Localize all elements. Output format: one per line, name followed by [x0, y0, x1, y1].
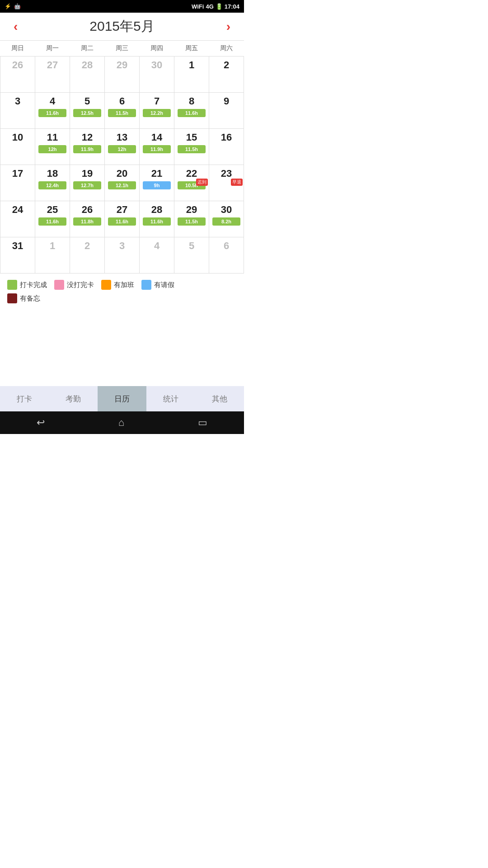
calendar-cell[interactable]: 1	[174, 57, 209, 93]
calendar-cell[interactable]: 1812.4h	[35, 165, 70, 201]
calendar-cell[interactable]: 26	[0, 57, 35, 93]
day-number: 3	[107, 240, 137, 252]
day-number: 2	[211, 59, 242, 71]
status-bar: ⚡ 🤖 WiFi 4G 🔋 17:04	[0, 0, 244, 13]
day-number: 1	[37, 240, 68, 252]
nav-tab-日历[interactable]: 日历	[98, 386, 146, 411]
calendar-cell[interactable]: 1511.5h	[174, 129, 209, 165]
calendar-cell[interactable]: 1211.9h	[70, 129, 105, 165]
calendar-cell[interactable]: 31	[0, 237, 35, 274]
day-bar: 11.9h	[73, 145, 101, 153]
calendar-cell[interactable]: 1912.7h	[70, 165, 105, 201]
recents-button[interactable]: ▭	[198, 417, 207, 429]
calendar-cell[interactable]: 2	[209, 57, 244, 93]
day-number: 30	[141, 59, 172, 71]
calendar-cell[interactable]: 10	[0, 129, 35, 165]
calendar-cell[interactable]: 611.5h	[105, 93, 140, 129]
day-bar: 11.5h	[178, 217, 205, 226]
day-number: 12	[72, 132, 103, 143]
legend-color	[141, 280, 151, 290]
calendar-cell[interactable]: 1312h	[105, 129, 140, 165]
day-bar: 12h	[108, 145, 136, 153]
day-number: 13	[107, 132, 137, 143]
calendar-cell[interactable]: 16	[209, 129, 244, 165]
legend-label: 打卡完成	[20, 281, 47, 289]
day-number: 29	[107, 59, 137, 71]
calendar-cell[interactable]: 6	[209, 237, 244, 274]
prev-month-button[interactable]: ‹	[9, 19, 22, 34]
calendar-cell[interactable]: 308.2h	[209, 201, 244, 237]
home-button[interactable]: ⌂	[118, 417, 124, 429]
legend-label: 有加班	[114, 281, 134, 289]
day-number: 25	[37, 204, 68, 216]
calendar-cell[interactable]: 24	[0, 201, 35, 237]
day-number: 4	[141, 240, 172, 252]
legend-item: 没打完卡	[54, 280, 94, 290]
weekday-label: 周二	[70, 41, 104, 56]
calendar-cell[interactable]: 29	[105, 57, 140, 93]
legend-color	[7, 293, 17, 303]
calendar-cell[interactable]: 2012.1h	[105, 165, 140, 201]
nav-tab-考勤[interactable]: 考勤	[49, 386, 98, 411]
4g-icon: 4G	[206, 3, 213, 10]
calendar-cell[interactable]: 1411.9h	[140, 129, 174, 165]
day-number: 8	[176, 95, 207, 107]
calendar-cell[interactable]: 411.6h	[35, 93, 70, 129]
usb-icon: ⚡	[5, 3, 11, 9]
day-number: 10	[2, 132, 33, 143]
legend-label: 有备忘	[20, 294, 40, 303]
calendar-cell[interactable]: 3	[105, 237, 140, 274]
status-right-icons: WiFi 4G 🔋 17:04	[192, 3, 239, 10]
day-bar: 11.6h	[38, 109, 66, 117]
day-bar: 12.2h	[143, 109, 170, 117]
day-bar: 11.6h	[108, 217, 136, 226]
calendar-cell[interactable]: 4	[140, 237, 174, 274]
day-number: 5	[72, 95, 103, 107]
nav-tab-统计[interactable]: 统计	[146, 386, 195, 411]
calendar-cell[interactable]: 28	[70, 57, 105, 93]
nav-tab-打卡[interactable]: 打卡	[0, 386, 49, 411]
calendar-cell[interactable]: 23早退	[209, 165, 244, 201]
calendar-cell[interactable]: 712.2h	[140, 93, 174, 129]
day-bar: 12h	[38, 145, 66, 153]
day-number: 20	[107, 168, 137, 179]
calendar-cell[interactable]: 17	[0, 165, 35, 201]
day-badge: 早退	[231, 179, 243, 186]
calendar-cell[interactable]: 2911.5h	[174, 201, 209, 237]
battery-icon: 🔋	[216, 3, 223, 10]
calendar-cell[interactable]: 811.6h	[174, 93, 209, 129]
calendar-cell[interactable]: 2811.6h	[140, 201, 174, 237]
calendar-cell[interactable]: 2	[70, 237, 105, 274]
legend-label: 有请假	[154, 281, 174, 289]
calendar-cell[interactable]: 27	[35, 57, 70, 93]
day-number: 6	[107, 95, 137, 107]
day-number: 23	[211, 168, 242, 179]
calendar-cell[interactable]: 512.5h	[70, 93, 105, 129]
calendar-cell[interactable]: 5	[174, 237, 209, 274]
day-number: 9	[211, 95, 242, 107]
day-bar: 11.6h	[143, 217, 170, 226]
back-button[interactable]: ↩	[37, 417, 45, 429]
calendar-cell[interactable]: 9	[209, 93, 244, 129]
clock: 17:04	[225, 3, 239, 10]
calendar-cell[interactable]: 30	[140, 57, 174, 93]
day-bar: 12.7h	[73, 181, 101, 189]
calendar-cell[interactable]: 2210.5h迟到	[174, 165, 209, 201]
day-bar: 11.8h	[73, 217, 101, 226]
status-left-icons: ⚡ 🤖	[5, 3, 21, 9]
day-number: 7	[141, 95, 172, 107]
calendar-cell[interactable]: 2711.6h	[105, 201, 140, 237]
calendar-cell[interactable]: 2511.6h	[35, 201, 70, 237]
calendar-header: ‹ 2015年5月 ›	[0, 13, 244, 40]
calendar-cell[interactable]: 2611.8h	[70, 201, 105, 237]
day-number: 16	[211, 132, 242, 143]
day-number: 4	[37, 95, 68, 107]
calendar-cell[interactable]: 1	[35, 237, 70, 274]
calendar-cell[interactable]: 3	[0, 93, 35, 129]
next-month-button[interactable]: ›	[222, 19, 235, 34]
month-title: 2015年5月	[89, 17, 154, 36]
calendar-cell[interactable]: 1112h	[35, 129, 70, 165]
nav-tab-其他[interactable]: 其他	[195, 386, 244, 411]
calendar-cell[interactable]: 219h	[140, 165, 174, 201]
day-bar: 11.6h	[178, 109, 205, 117]
